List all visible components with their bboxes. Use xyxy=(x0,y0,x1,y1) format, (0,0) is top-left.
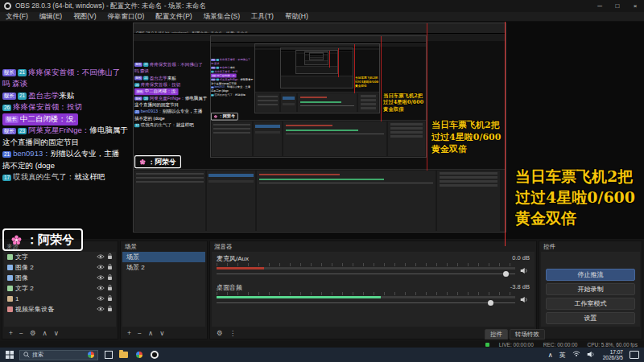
menu-item[interactable]: 文件(F) xyxy=(0,12,34,21)
visibility-eye-icon[interactable] xyxy=(97,306,105,314)
dock-tab-row: 控件 转场特效 xyxy=(485,329,545,339)
lock-icon[interactable] xyxy=(107,274,113,282)
scene-up-button[interactable]: ∧ xyxy=(148,329,153,337)
input-method-indicator[interactable]: 英 xyxy=(556,351,569,360)
ticket-line: 过过4星啦0/600 xyxy=(515,187,644,208)
menu-item[interactable]: 编辑(E) xyxy=(34,12,68,21)
visibility-eye-icon[interactable] xyxy=(97,253,105,261)
streamer-name: ：阿荣兮 xyxy=(148,157,176,166)
scene-down-button[interactable]: ∨ xyxy=(159,329,164,337)
scenes-dock-title: 场景 xyxy=(121,241,207,251)
ticket-overlay: 当日车票飞机2把 过过4星啦0/600 黄金双倍 xyxy=(515,166,644,228)
add-scene-button[interactable]: + xyxy=(127,329,131,337)
minimize-button[interactable]: ─ xyxy=(591,0,609,12)
mixer-menu-button[interactable]: ⋮ xyxy=(229,329,237,337)
mixer-settings-button[interactable]: ⚙ xyxy=(217,329,223,337)
chat-text: 没. xyxy=(66,114,76,125)
ticket-line: 过过4星啦0/600 xyxy=(383,98,427,105)
rec-timer: REC: 00:00:00 xyxy=(543,342,578,348)
source-row[interactable]: 文字 2 xyxy=(4,283,116,294)
chat-badge: 舰长 xyxy=(211,79,216,81)
mute-speaker-icon[interactable] xyxy=(518,292,530,306)
visibility-eye-icon[interactable] xyxy=(97,285,105,293)
visibility-eye-icon[interactable] xyxy=(97,295,105,303)
lock-icon[interactable] xyxy=(107,305,113,314)
taskbar-search[interactable]: 搜索 xyxy=(19,350,98,360)
chat-badge: 舰长 xyxy=(5,116,19,123)
control-button[interactable]: 开始录制 xyxy=(546,283,635,295)
chat-text: 不回佛山了 xyxy=(180,62,203,68)
source-row[interactable]: 1 xyxy=(4,294,116,304)
source-row[interactable]: 图像 2 xyxy=(4,262,116,273)
chat-username: 盈台志学 xyxy=(28,91,59,101)
source-row[interactable]: 图像 xyxy=(4,273,116,283)
scene-row[interactable]: 场景 2 xyxy=(122,262,205,273)
chat-text: 来贴 xyxy=(167,75,175,81)
channel-db: -3.8 dB xyxy=(510,283,530,292)
menu-item[interactable]: 配置文件(P) xyxy=(150,12,197,21)
chat-username: 阿菜克星FriNge： xyxy=(28,125,89,136)
close-button[interactable]: × xyxy=(626,0,644,12)
move-down-button[interactable]: ∨ xyxy=(54,329,59,337)
lock-icon[interactable] xyxy=(107,253,113,261)
tab-controls[interactable]: 控件 xyxy=(485,329,508,339)
ticket-line: 当日车票飞机2把 xyxy=(383,92,427,99)
volume-meter xyxy=(217,267,515,269)
move-up-button[interactable]: ∧ xyxy=(43,329,47,337)
start-button[interactable] xyxy=(0,348,19,362)
slider-knob[interactable] xyxy=(488,300,493,306)
ticket-overlay-clone2: 当日车票飞机2把 过过4星啦0/600 黄金双倍 xyxy=(383,92,427,113)
lock-icon[interactable] xyxy=(107,294,113,303)
source-properties-button[interactable]: ⚙ xyxy=(30,329,36,337)
tab-transitions[interactable]: 转场特效 xyxy=(510,329,545,339)
chat-text: 别猫以么专业，主播 xyxy=(162,109,202,115)
file-explorer-button[interactable] xyxy=(116,348,131,362)
lock-icon[interactable] xyxy=(107,263,113,272)
control-button[interactable]: 工作室模式 xyxy=(546,298,635,310)
controls-buttons: 停止推流开始录制工作室模式设置退出 xyxy=(541,252,640,327)
menu-item[interactable]: 工具(T) xyxy=(246,12,279,21)
obs-app-button[interactable] xyxy=(147,348,162,362)
remove-source-button[interactable]: − xyxy=(19,329,23,337)
volume-slider[interactable] xyxy=(217,270,515,278)
source-type-icon xyxy=(7,306,13,312)
channel-name: 麦克风/Aux xyxy=(217,254,249,263)
maximize-button[interactable]: □ xyxy=(609,0,626,12)
menu-item[interactable]: 停靠窗口(D) xyxy=(102,12,151,21)
chat-overlay-clone2: 舰长21疼疼保安首领：不回佛山了吗 森谈舰长21盈台志学 来贴26疼疼保安首领：… xyxy=(211,58,260,97)
lock-icon[interactable] xyxy=(107,284,113,293)
network-icon[interactable] xyxy=(569,351,584,359)
chat-badge: 舰长 xyxy=(2,93,16,100)
chat-message: 舰长中二自闭楼：没. xyxy=(2,113,78,125)
mute-speaker-icon[interactable] xyxy=(518,263,530,278)
taskbar-clock[interactable]: 17:07 2026/3/5 xyxy=(598,349,628,361)
control-button[interactable]: 停止推流 xyxy=(546,269,635,281)
source-row[interactable]: 视频采集设备 xyxy=(4,304,116,315)
control-button[interactable]: 设置 xyxy=(546,312,635,324)
streamer-name-tag-clone2: ：阿荣兮 xyxy=(211,113,238,120)
tray-expand-icon[interactable]: ∧ xyxy=(545,352,556,359)
chat-username: 哎我真的生气了： xyxy=(13,172,74,183)
recursive-edge-marker xyxy=(427,23,427,171)
menu-item[interactable]: 帮助(H) xyxy=(279,12,314,21)
remove-scene-button[interactable]: − xyxy=(138,329,142,337)
chat-badge: 21 xyxy=(2,151,11,158)
task-view-button[interactable] xyxy=(101,348,116,362)
chat-text: 这个直播间的固定节目 xyxy=(211,82,237,85)
volume-slider[interactable] xyxy=(217,299,515,306)
source-type-icon xyxy=(7,275,13,281)
chat-text: 没. xyxy=(232,74,235,77)
slider-knob[interactable] xyxy=(503,271,509,277)
visibility-eye-icon[interactable] xyxy=(97,274,105,282)
game-app-button[interactable] xyxy=(131,348,147,362)
menu-item[interactable]: 场景集合(S) xyxy=(198,12,246,21)
source-row[interactable]: 文字 xyxy=(4,252,116,262)
volume-icon[interactable] xyxy=(584,351,598,360)
action-center-icon[interactable] xyxy=(630,351,639,359)
menu-item[interactable]: 视图(V) xyxy=(68,12,101,21)
visibility-eye-icon[interactable] xyxy=(97,264,105,272)
source-label: 文字 2 xyxy=(15,284,94,293)
add-source-button[interactable]: + xyxy=(9,329,13,337)
flower-icon xyxy=(11,235,22,245)
scene-row[interactable]: 场景 xyxy=(122,252,205,262)
